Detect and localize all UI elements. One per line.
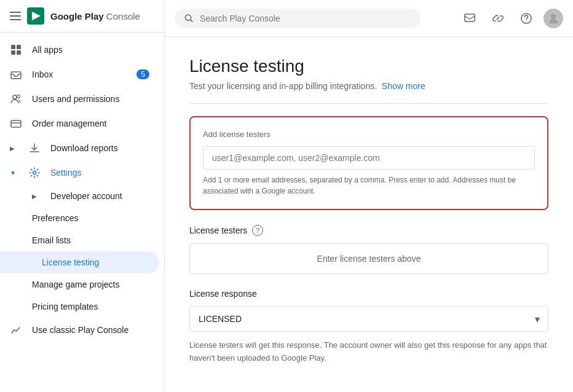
main-content: License testing Test your licensing and … [165, 0, 573, 392]
sidebar-item-label: Download reports [50, 143, 118, 153]
hamburger-icon[interactable] [10, 12, 21, 20]
dev-expand-arrow: ▶ [32, 193, 38, 200]
license-testers-header: License testers ? [189, 225, 548, 236]
topbar-actions [459, 7, 563, 29]
sidebar-item-users[interactable]: Users and permissions [0, 87, 159, 111]
svg-point-17 [551, 14, 556, 19]
license-response-hint: License testers will get this response. … [189, 339, 548, 365]
sidebar-item-pricing[interactable]: Pricing templates [0, 296, 159, 318]
help-icon [520, 12, 532, 25]
svg-rect-1 [11, 45, 15, 49]
add-license-testers-box: Add license testers Add 1 or more email … [189, 116, 548, 210]
tester-email-input[interactable] [203, 146, 535, 170]
tester-input-hint: Add 1 or more email addresses, separated… [203, 174, 535, 197]
sidebar-item-label: Inbox [32, 69, 53, 79]
inbox-icon [10, 68, 22, 80]
svg-rect-3 [11, 50, 15, 55]
expand-arrow: ▶ [10, 145, 16, 152]
svg-rect-4 [17, 50, 21, 55]
svg-rect-14 [465, 14, 475, 22]
sidebar-item-label: Manage game projects [32, 280, 119, 289]
users-icon [10, 93, 22, 105]
sidebar-nav: All apps Inbox 5 Users and permissions O… [0, 33, 164, 392]
sidebar-item-label: Developer account [50, 191, 122, 201]
add-testers-label: Add license testers [203, 130, 535, 139]
message-icon [464, 12, 476, 25]
show-more-link[interactable]: Show more [382, 81, 425, 91]
sidebar-item-label: License testing [42, 257, 99, 267]
divider [189, 103, 548, 104]
license-response-label: License response [189, 289, 548, 299]
sidebar-item-email-lists[interactable]: Email lists [0, 229, 159, 251]
sidebar-item-label: Users and permissions [32, 94, 119, 104]
license-response-select[interactable]: LICENSED NOT_LICENSED LICENSED_OLD_KEY [189, 306, 548, 332]
search-box[interactable] [175, 9, 421, 28]
svg-point-11 [33, 171, 36, 174]
svg-point-16 [526, 20, 526, 21]
page-content: License testing Test your licensing and … [165, 37, 573, 392]
settings-icon [28, 167, 41, 179]
svg-rect-8 [11, 120, 21, 127]
svg-line-13 [191, 20, 192, 22]
avatar-icon [547, 12, 559, 25]
sidebar-item-inbox[interactable]: Inbox 5 [0, 62, 159, 87]
sidebar-item-label: Use classic Play Console [32, 325, 128, 335]
svg-point-6 [13, 95, 17, 99]
logo-icon [27, 7, 44, 25]
testers-help-icon[interactable]: ? [252, 225, 263, 236]
svg-point-7 [17, 95, 20, 98]
avatar[interactable] [543, 9, 563, 28]
sidebar-item-label: Email lists [32, 235, 71, 245]
sidebar-item-license-testing[interactable]: License testing [0, 251, 159, 273]
sidebar-item-all-apps[interactable]: All apps [0, 37, 159, 62]
sidebar-header: Google Play Console [0, 0, 164, 33]
sidebar-item-preferences[interactable]: Preferences [0, 207, 159, 229]
link-button[interactable] [487, 7, 509, 29]
sidebar-item-download[interactable]: ▶ Download reports [0, 136, 159, 160]
testers-empty-state: Enter license testers above [189, 243, 548, 274]
settings-expand-arrow: ▼ [10, 170, 16, 176]
message-button[interactable] [459, 7, 481, 29]
link-icon [492, 12, 504, 25]
response-select-wrapper: LICENSED NOT_LICENSED LICENSED_OLD_KEY ▾ [189, 306, 548, 332]
sidebar-item-developer[interactable]: ▶ Developer account [0, 185, 159, 207]
chart-icon [10, 324, 22, 336]
sidebar-item-classic[interactable]: Use classic Play Console [0, 318, 159, 342]
help-button[interactable] [515, 7, 537, 29]
grid-icon [10, 44, 22, 56]
svg-rect-2 [17, 45, 21, 49]
license-testers-section: License testers ? Enter license testers … [189, 225, 548, 274]
sidebar-item-label: Settings [50, 168, 82, 178]
sidebar-item-label: Order management [32, 119, 106, 128]
download-icon [28, 142, 41, 154]
card-icon [10, 117, 22, 130]
sidebar-item-label: Preferences [32, 213, 78, 223]
license-response-section: License response LICENSED NOT_LICENSED L… [189, 289, 548, 365]
sidebar-item-label: Pricing templates [32, 302, 98, 312]
inbox-badge: 5 [136, 69, 149, 79]
svg-rect-5 [11, 72, 21, 79]
license-testers-label: License testers [189, 225, 247, 235]
sidebar-item-orders[interactable]: Order management [0, 111, 159, 136]
sidebar-item-game-projects[interactable]: Manage game projects [0, 273, 159, 296]
sidebar-item-label: All apps [32, 45, 63, 55]
sidebar: Google Play Console All apps Inbox 5 Use… [0, 0, 165, 392]
page-subtitle: Test your licensing and in-app billing i… [189, 81, 548, 91]
search-input[interactable] [200, 14, 411, 23]
search-icon [184, 14, 194, 23]
page-title: License testing [189, 57, 548, 76]
sidebar-item-settings[interactable]: ▼ Settings [0, 160, 159, 185]
topbar [165, 0, 573, 37]
app-title: Google Play Console [50, 11, 140, 22]
